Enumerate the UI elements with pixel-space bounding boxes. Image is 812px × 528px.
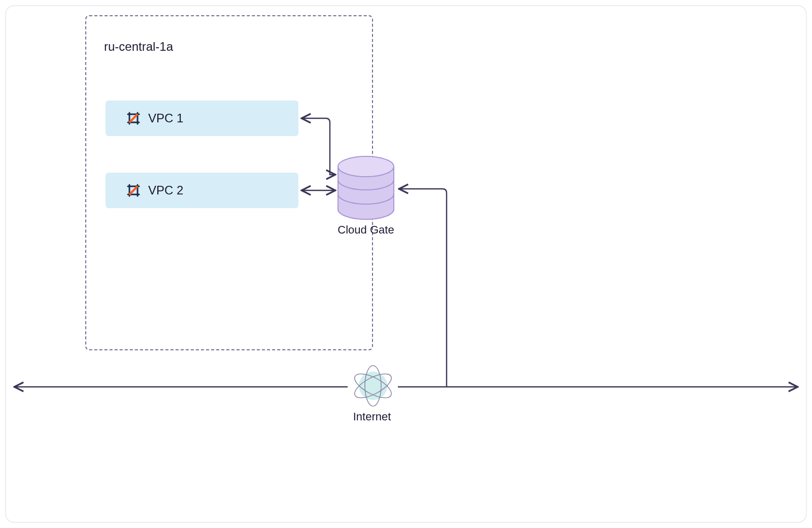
svg-point-2 <box>359 372 387 400</box>
svg-point-1 <box>338 156 394 177</box>
cloud-gate-label: Cloud Gate <box>336 223 396 237</box>
zone-label: ru-central-1a <box>104 40 173 54</box>
vpc-2-label: VPC 2 <box>148 183 183 197</box>
vpc-icon <box>127 184 140 197</box>
vpc-2: VPC 2 <box>106 173 298 208</box>
internet-icon <box>352 365 394 407</box>
internet-label: Internet <box>329 410 415 423</box>
cloud-gate-icon <box>336 155 396 220</box>
vpc-1: VPC 1 <box>106 101 298 136</box>
vpc-icon <box>127 112 140 125</box>
vpc-1-label: VPC 1 <box>148 111 183 125</box>
